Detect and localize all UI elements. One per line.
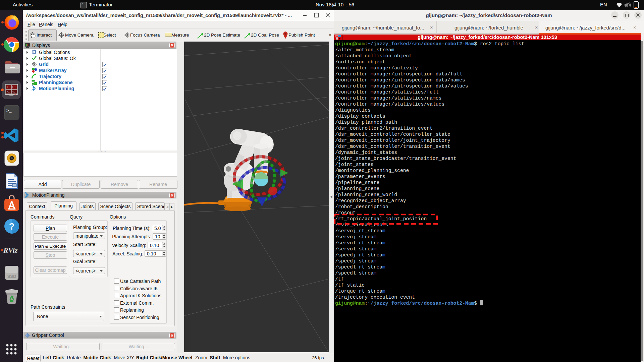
- svg-text:>_: >_: [12, 90, 15, 93]
- svg-text:>_: >_: [7, 86, 10, 88]
- svg-text:?: ?: [9, 221, 14, 232]
- svg-text:RViz: RViz: [3, 246, 18, 254]
- svg-text:>_: >_: [6, 108, 12, 113]
- svg-text:>_: >_: [7, 90, 10, 93]
- svg-text:SSD: SSD: [7, 274, 16, 279]
- svg-text:>_: >_: [12, 86, 15, 88]
